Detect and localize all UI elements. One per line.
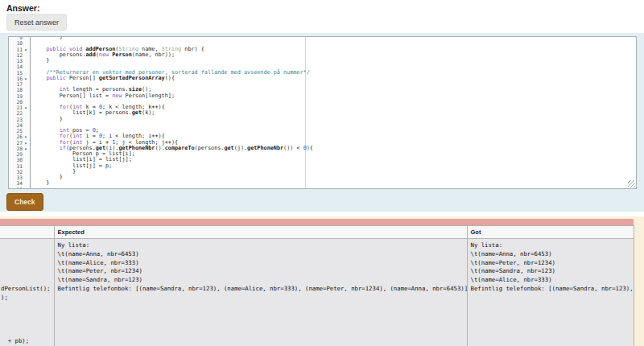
code-line[interactable]: 13 } — [9, 58, 636, 64]
check-button[interactable]: Check — [6, 193, 43, 211]
line-number: 20 — [9, 99, 30, 105]
code-line[interactable]: 31 list[j] = p; — [9, 163, 636, 169]
line-number: 15 — [9, 70, 30, 76]
column-header-expected: Expected — [54, 226, 467, 239]
code-line[interactable]: 16▾ public Person[] getSortedPersonArray… — [9, 76, 636, 81]
line-number: 32 — [9, 169, 30, 175]
line-number: 17 — [9, 81, 30, 87]
line-number: 25 — [9, 128, 30, 134]
code-line[interactable]: 35 ... — [9, 187, 636, 190]
test-code-cell: dPersonList(); ); + pb); — [0, 239, 54, 346]
code-editor[interactable]: 9 }1011▾ public void addPerson(String na… — [8, 36, 637, 189]
answer-label: Answer: — [6, 3, 39, 13]
expected-output-text: Ny lista: \t(name=Anna, nbr=6453) \t(nam… — [58, 241, 464, 294]
got-output-text: Ny lista: \t(name=Anna, nbr=6453) \t(nam… — [471, 241, 630, 294]
failed-test-banner: Expected Got dPersonList(); ); + pb); Ny… — [0, 219, 634, 346]
column-header-test — [0, 226, 54, 239]
expected-cell: Ny lista: \t(name=Anna, nbr=6453) \t(nam… — [54, 239, 467, 346]
line-number: 13 — [9, 58, 30, 64]
column-header-got: Got — [467, 226, 634, 239]
line-number: 35 — [9, 187, 30, 190]
line-number: 14 — [9, 64, 30, 69]
editor-panel: 9 }1011▾ public void addPerson(String na… — [0, 33, 644, 212]
test-code-text: dPersonList(); ); + pb); — [1, 241, 54, 346]
table-row: dPersonList(); ); + pb); Ny lista: \t(na… — [0, 239, 634, 346]
line-number: 10 — [9, 40, 30, 46]
line-number: 33 — [9, 175, 30, 180]
code-line[interactable]: 32 } — [9, 169, 636, 175]
line-number: 29 — [9, 151, 30, 157]
line-number: 23 — [9, 117, 30, 122]
code-line[interactable]: 12 persons.add(new Person(name, nbr)); — [9, 52, 636, 58]
code-line[interactable]: 22 list[k] = persons.get(k); — [9, 110, 636, 116]
line-number: 19 — [9, 93, 30, 99]
line-number: 24 — [9, 122, 30, 128]
results-table: Expected Got dPersonList(); ); + pb); Ny… — [0, 225, 634, 346]
line-number: 12 — [9, 52, 30, 58]
code-line[interactable]: 24 — [9, 122, 636, 128]
quiz-page: { "colors":{ "accent_button":"#a2661f", … — [0, 0, 644, 346]
code-line[interactable]: 23 } — [9, 117, 636, 122]
line-number: 22 — [9, 110, 30, 116]
got-cell: Ny lista: \t(name=Anna, nbr=6453) \t(nam… — [467, 239, 634, 346]
reset-answer-button[interactable]: Reset answer — [6, 14, 67, 31]
line-number: 31 — [9, 163, 30, 169]
code-lines: 9 }1011▾ public void addPerson(String na… — [9, 36, 636, 189]
line-number: 30 — [9, 157, 30, 163]
line-number: 18 — [9, 87, 30, 93]
test-results-panel: Expected Got dPersonList(); ); + pb); Ny… — [0, 216, 644, 346]
code-line[interactable]: 34 } — [9, 180, 636, 186]
code-line[interactable]: 33 } — [9, 175, 636, 180]
code-line[interactable]: 19 Person[] list = new Person[length]; — [9, 93, 636, 99]
resize-grip-icon[interactable] — [628, 180, 635, 187]
line-number: 34 — [9, 180, 30, 186]
